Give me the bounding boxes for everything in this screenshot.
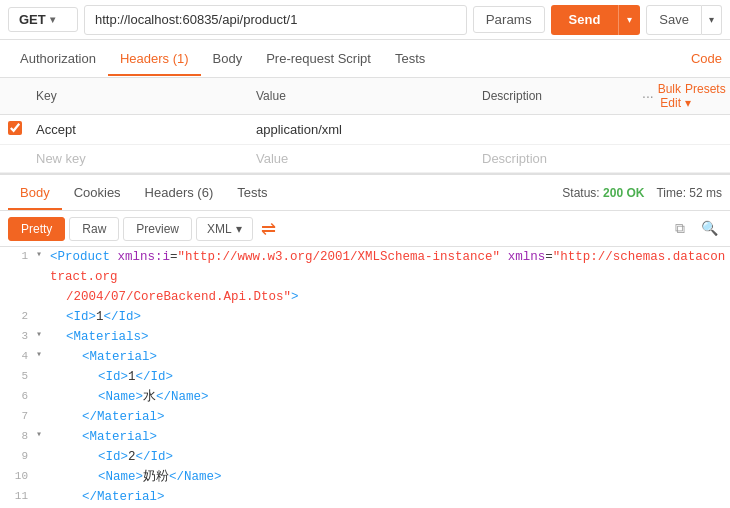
time-value: 52 ms bbox=[689, 186, 722, 200]
xml-code-6: <Name>水</Name> bbox=[50, 387, 209, 407]
response-toolbar: Pretty Raw Preview XML ▾ ⇌ ⧉ 🔍 bbox=[0, 211, 730, 247]
resp-tab-headers[interactable]: Headers (6) bbox=[133, 177, 226, 210]
top-bar: GET ▾ Params Send ▾ Save ▾ bbox=[0, 0, 730, 40]
xml-code-1b: /2004/07/CoreBackend.Api.Dtos"> bbox=[50, 287, 299, 307]
line-num-7: 7 bbox=[8, 407, 36, 426]
headers-table-header: Key Value Description ··· Bulk Edit Pres… bbox=[0, 78, 730, 115]
search-icon[interactable]: 🔍 bbox=[697, 218, 722, 239]
fold-2 bbox=[36, 307, 50, 323]
response-tabs-bar: Body Cookies Headers (6) Tests Status: 2… bbox=[0, 173, 730, 211]
resp-tab-cookies[interactable]: Cookies bbox=[62, 177, 133, 210]
copy-icon[interactable]: ⧉ bbox=[671, 218, 689, 239]
lang-label: XML bbox=[207, 222, 232, 236]
tab-authorization[interactable]: Authorization bbox=[8, 43, 108, 76]
url-input[interactable] bbox=[84, 5, 467, 35]
resp-tab-tests[interactable]: Tests bbox=[225, 177, 279, 210]
status-label-text: Status: bbox=[562, 186, 599, 200]
xml-code-3: <Materials> bbox=[50, 327, 149, 347]
xml-line-9: 9 <Id>2</Id> bbox=[0, 447, 730, 467]
xml-line-7: 7 </Material> bbox=[0, 407, 730, 427]
method-chevron: ▾ bbox=[50, 14, 55, 25]
bulk-edit-button[interactable]: Bulk Edit bbox=[658, 82, 681, 110]
new-desc-cell[interactable]: Description bbox=[482, 151, 642, 166]
line-num-2: 2 bbox=[8, 307, 36, 326]
code-link[interactable]: Code bbox=[691, 51, 722, 66]
save-button[interactable]: Save bbox=[646, 5, 702, 35]
line-num-10: 10 bbox=[8, 467, 36, 486]
key-cell-1: Accept bbox=[36, 122, 256, 137]
fold-4[interactable]: ▾ bbox=[36, 347, 50, 363]
line-num-8: 8 bbox=[8, 427, 36, 446]
value-col-header: Value bbox=[256, 89, 482, 103]
line-num-1: 1 bbox=[8, 247, 36, 266]
xml-code-4: <Material> bbox=[50, 347, 157, 367]
checkbox-cell-1[interactable] bbox=[8, 121, 36, 138]
save-dropdown-button[interactable]: ▾ bbox=[702, 5, 722, 35]
send-btn-group: Send ▾ bbox=[551, 5, 641, 35]
status-label: Status: 200 OK bbox=[562, 186, 644, 200]
params-button[interactable]: Params bbox=[473, 6, 545, 33]
lang-chevron: ▾ bbox=[236, 222, 242, 236]
xml-code-11: </Material> bbox=[50, 487, 165, 507]
line-num-5: 5 bbox=[8, 367, 36, 386]
view-pretty-button[interactable]: Pretty bbox=[8, 217, 65, 241]
fold-8[interactable]: ▾ bbox=[36, 427, 50, 443]
tab-headers[interactable]: Headers (1) bbox=[108, 43, 201, 76]
fold-9 bbox=[36, 447, 50, 463]
xml-code-8: <Material> bbox=[50, 427, 157, 447]
response-status: Status: 200 OK Time: 52 ms bbox=[562, 186, 722, 200]
send-button[interactable]: Send bbox=[551, 5, 619, 35]
response-icons: ⧉ 🔍 bbox=[671, 218, 722, 239]
line-num-6: 6 bbox=[8, 387, 36, 406]
presets-button[interactable]: Presets ▾ bbox=[685, 82, 726, 110]
new-key-cell[interactable]: New key bbox=[36, 151, 256, 166]
xml-code-9: <Id>2</Id> bbox=[50, 447, 173, 467]
xml-code-1: <Product xmlns:i="http://www.w3.org/2001… bbox=[50, 247, 730, 287]
fold-1[interactable]: ▾ bbox=[36, 247, 50, 263]
status-value: 200 OK bbox=[603, 186, 644, 200]
key-col-header: Key bbox=[36, 89, 256, 103]
fold-5 bbox=[36, 367, 50, 383]
header-new-row: New key Value Description bbox=[0, 145, 730, 173]
new-value-cell[interactable]: Value bbox=[256, 151, 482, 166]
fold-10 bbox=[36, 467, 50, 483]
request-tabs: Authorization Headers (1) Body Pre-reque… bbox=[0, 40, 730, 78]
header-row-1: Accept application/xml bbox=[0, 115, 730, 145]
tab-tests[interactable]: Tests bbox=[383, 43, 437, 76]
xml-line-6: 6 <Name>水</Name> bbox=[0, 387, 730, 407]
method-select[interactable]: GET ▾ bbox=[8, 7, 78, 32]
line-num-9: 9 bbox=[8, 447, 36, 466]
wrap-icon[interactable]: ⇌ bbox=[261, 218, 276, 240]
xml-line-8: 8 ▾ <Material> bbox=[0, 427, 730, 447]
header-checkbox-1[interactable] bbox=[8, 121, 22, 135]
xml-code-7: </Material> bbox=[50, 407, 165, 427]
xml-content: 1 ▾ <Product xmlns:i="http://www.w3.org/… bbox=[0, 247, 730, 508]
line-num-11: 11 bbox=[8, 487, 36, 506]
desc-col-header: Description bbox=[482, 89, 642, 103]
fold-11 bbox=[36, 487, 50, 503]
xml-line-2: 2 <Id>1</Id> bbox=[0, 307, 730, 327]
xml-code-10: <Name>奶粉</Name> bbox=[50, 467, 222, 487]
view-preview-button[interactable]: Preview bbox=[123, 217, 192, 241]
more-options-icon[interactable]: ··· bbox=[642, 88, 654, 104]
save-btn-group: Save ▾ bbox=[646, 5, 722, 35]
tab-body[interactable]: Body bbox=[201, 43, 255, 76]
tab-pre-request-script[interactable]: Pre-request Script bbox=[254, 43, 383, 76]
line-num-3: 3 bbox=[8, 327, 36, 346]
language-select[interactable]: XML ▾ bbox=[196, 217, 253, 241]
xml-line-3: 3 ▾ <Materials> bbox=[0, 327, 730, 347]
fold-6 bbox=[36, 387, 50, 403]
xml-line-1b: /2004/07/CoreBackend.Api.Dtos"> bbox=[0, 287, 730, 307]
send-dropdown-button[interactable]: ▾ bbox=[618, 5, 640, 35]
resp-tab-body[interactable]: Body bbox=[8, 177, 62, 210]
fold-7 bbox=[36, 407, 50, 423]
value-cell-1: application/xml bbox=[256, 122, 482, 137]
xml-line-1: 1 ▾ <Product xmlns:i="http://www.w3.org/… bbox=[0, 247, 730, 287]
view-raw-button[interactable]: Raw bbox=[69, 217, 119, 241]
method-label: GET bbox=[19, 12, 46, 27]
actions-col-header: ··· Bulk Edit Presets ▾ bbox=[642, 82, 722, 110]
time-label: Time: 52 ms bbox=[656, 186, 722, 200]
xml-line-4: 4 ▾ <Material> bbox=[0, 347, 730, 367]
fold-3[interactable]: ▾ bbox=[36, 327, 50, 343]
line-num-4: 4 bbox=[8, 347, 36, 366]
